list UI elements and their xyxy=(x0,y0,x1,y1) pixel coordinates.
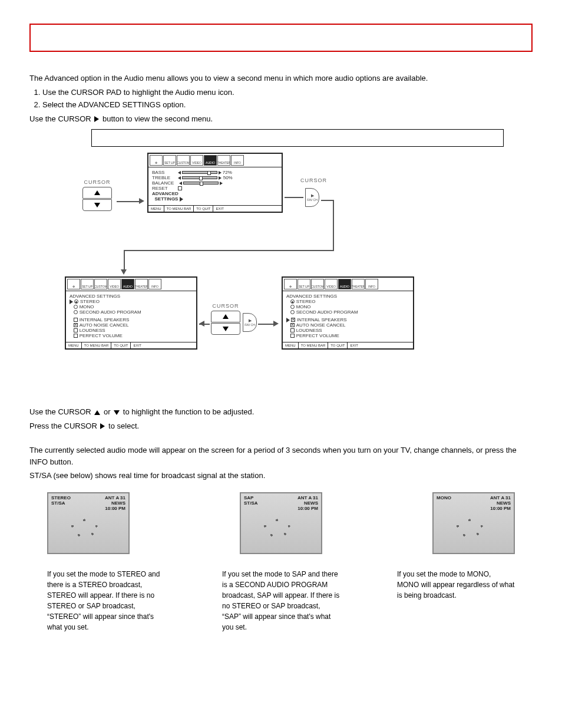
thumb-sap: SAP ST/SA ANT A 31 NEWS 10:00 PM xyxy=(240,492,322,554)
osd-advanced-2: ✥ SET UP CUSTOM VIDEO AUDIO THEATER INFO… xyxy=(282,276,414,350)
fav-arrow-icon: ▶ xyxy=(311,193,314,198)
cursor-up-button-2[interactable] xyxy=(211,311,240,322)
section-title-box xyxy=(29,24,533,52)
cursor-label: CURSOR xyxy=(82,179,112,185)
intro-text: The Advanced option in the Audio menu al… xyxy=(29,73,533,124)
thumb1-mode: STEREO xyxy=(51,495,71,500)
tab-video[interactable]: VIDEO xyxy=(190,155,203,166)
cursor-pad-2: CURSOR xyxy=(211,303,240,335)
fav-ch-button-1[interactable]: ▶ FAV CH xyxy=(305,188,319,207)
intro-p1: The Advanced option in the Audio menu al… xyxy=(29,73,533,84)
cursor-label-2: CURSOR xyxy=(300,177,327,185)
radio-sap[interactable]: SECOND AUDIO PROGRAM xyxy=(80,309,141,315)
treble-slider[interactable] xyxy=(182,176,217,179)
cursor-down-icon xyxy=(114,410,120,415)
chk-perfectvol[interactable]: PERFECT VOLUME xyxy=(80,333,123,338)
intro-steps: Use the CURSOR PAD to highlight the Audi… xyxy=(29,87,533,111)
adv-title: ADVANCED SETTINGS xyxy=(70,294,193,299)
cursor-right-icon-2 xyxy=(100,423,105,429)
flow-diagram: CURSOR ✥ SET UP CUSTOM VIDEO AUDIO THEAT… xyxy=(82,153,495,400)
balance-slider[interactable] xyxy=(183,182,219,185)
move-icon: ✥ xyxy=(150,155,163,166)
thumb2-mode: SAP xyxy=(244,495,258,500)
selector-icon-2 xyxy=(286,318,290,322)
item-bass: BASS xyxy=(152,170,164,175)
item-settings: SETTINGS xyxy=(154,196,178,202)
chk-speakers[interactable]: INTERNAL SPEAKERS xyxy=(80,317,130,322)
osd-body: BASS 72% TREBLE 50% BALANCE RESET ADVANC… xyxy=(148,167,282,205)
cursor-pad-1: CURSOR xyxy=(82,179,112,211)
screenshot-thumbs: STEREO ST/SA ANT A 31 NEWS 10:00 PM SAP … xyxy=(47,492,515,554)
treble-pct: 50% xyxy=(223,175,233,180)
thumb3-mode: MONO xyxy=(437,495,451,500)
thumb-captions: If you set the mode to STEREO and there … xyxy=(47,569,515,633)
cursor-up-icon xyxy=(94,410,100,415)
step-2: Select the ADVANCED SETTINGS option. xyxy=(42,99,533,111)
caption-mono: If you set the mode to MONO, MONO will a… xyxy=(397,569,515,633)
intro-p2: Use the CURSOR button to view the second… xyxy=(29,113,533,125)
post-line2: Press the CURSOR to select. xyxy=(29,420,533,432)
advanced-arrow-icon xyxy=(180,197,183,202)
audio-mode-2: ST/SA (see below) shows real time for br… xyxy=(29,470,533,482)
radio-stereo[interactable]: STEREO xyxy=(80,299,100,304)
selector-icon xyxy=(70,299,73,304)
thumb1-stsa: ST/SA xyxy=(51,500,71,506)
audio-mode-1: The currently selected audio mode will a… xyxy=(29,444,533,467)
tab-audio[interactable]: AUDIO xyxy=(204,155,217,166)
caption-sap: If you set the mode to SAP and there is … xyxy=(222,569,340,633)
cursor-down-button[interactable] xyxy=(82,199,112,211)
tab-setup[interactable]: SET UP xyxy=(163,155,176,166)
chk-loudness[interactable]: LOUDNESS xyxy=(80,328,105,333)
tab-info[interactable]: INFO xyxy=(231,155,244,166)
reset-checkbox[interactable] xyxy=(178,186,182,190)
chk-noise[interactable]: AUTO NOISE CANCEL xyxy=(80,322,129,328)
tab-custom[interactable]: CUSTOM xyxy=(177,155,190,166)
cursor-down-button-2[interactable] xyxy=(211,323,240,335)
cursor-up-button[interactable] xyxy=(82,187,112,199)
item-advanced: ADVANCED xyxy=(152,191,178,196)
subsection-box xyxy=(91,129,504,147)
bass-slider[interactable] xyxy=(182,171,217,174)
thumb-stereo: STEREO ST/SA ANT A 31 NEWS 10:00 PM xyxy=(47,492,130,554)
osd-audio-main: ✥ SET UP CUSTOM VIDEO AUDIO THEATER INFO… xyxy=(147,153,283,213)
icon-bar: ✥ SET UP CUSTOM VIDEO AUDIO THEATER INFO xyxy=(148,154,282,167)
step-1: Use the CURSOR PAD to highlight the Audi… xyxy=(42,87,533,98)
arrowhead-1 xyxy=(139,198,144,204)
down-icon xyxy=(94,203,100,207)
item-treble: TREBLE xyxy=(152,175,170,180)
item-balance: BALANCE xyxy=(152,180,174,186)
caption-stereo: If you set the mode to STEREO and there … xyxy=(47,569,165,633)
post-diagram-text: Use the CURSOR or to highlight the funct… xyxy=(29,406,533,431)
cursor-right-icon xyxy=(94,116,99,122)
tab-theater[interactable]: THEATER xyxy=(217,155,230,166)
thumb-mono: MONO ANT A 31 NEWS 10:00 PM xyxy=(432,492,515,554)
radio-mono[interactable]: MONO xyxy=(80,304,94,309)
item-reset: RESET xyxy=(152,186,168,191)
post-line1: Use the CURSOR or to highlight the funct… xyxy=(29,406,533,418)
arrow-1 xyxy=(117,201,140,202)
audio-mode-text: The currently selected audio mode will a… xyxy=(29,444,533,482)
osd-footer: MENU TO MENU BAR TO QUIT EXIT xyxy=(148,205,282,212)
up-icon xyxy=(94,190,100,195)
osd-advanced-1: ✥ SET UP CUSTOM VIDEO AUDIO THEATER INFO… xyxy=(65,276,197,350)
bass-pct: 72% xyxy=(223,170,232,175)
fav-ch-button-2[interactable]: ▶FAV CH xyxy=(243,313,257,332)
thumb2-stsa: ST/SA xyxy=(244,500,258,506)
